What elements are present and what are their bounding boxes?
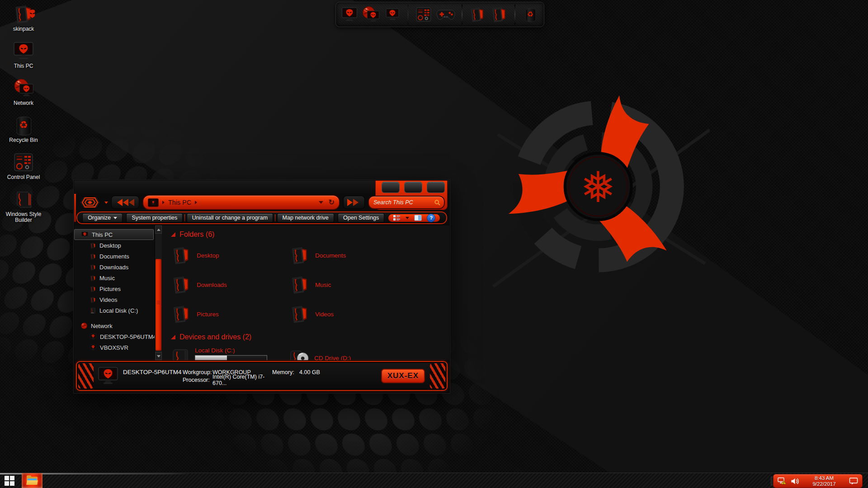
sidebar-item-label: Network (91, 323, 113, 329)
hazard-stripes (430, 363, 445, 389)
address-row: This PC ↻ (74, 194, 449, 211)
address-bar[interactable]: This PC ↻ (142, 195, 340, 210)
tile-pictures[interactable]: Pictures (171, 301, 289, 327)
windows-style-builder-icon (13, 188, 34, 211)
network-status-icon[interactable] (778, 477, 787, 485)
desktop-icon-recycle-bin[interactable]: ♻ Recycle Bin (3, 114, 44, 151)
button-label: Uninstall or change a program (192, 215, 268, 221)
dock-icon-games[interactable] (436, 4, 455, 25)
tile-label: CD Drive (D:) (314, 355, 351, 361)
desktop-icon-windows-style-builder[interactable]: Windows Style Builder (3, 188, 44, 225)
clock-time: 8:43 AM (815, 475, 834, 481)
sidebar-item-pictures[interactable]: Pictures (74, 283, 155, 294)
menu-dropdown-caret-icon[interactable] (104, 202, 108, 204)
sidebar-item-videos[interactable]: Videos (74, 294, 155, 305)
search-input[interactable] (373, 199, 433, 206)
back-button[interactable] (111, 196, 139, 209)
folders-section-header[interactable]: Folders (6) (171, 230, 446, 239)
folder-icon (289, 244, 310, 267)
system-properties-button[interactable]: System properties (126, 213, 183, 223)
sidebar-item-music[interactable]: Music (74, 272, 155, 283)
tile-music[interactable]: Music (289, 272, 439, 297)
taskbar-clock[interactable]: 8:43 AM 9/22/2017 (803, 475, 845, 487)
devices-section-header[interactable]: Devices and drives (2) (171, 333, 446, 341)
dock-icon-recycle-bin[interactable]: ♻ (522, 4, 539, 25)
dock-icon-control-panel[interactable] (415, 4, 432, 25)
tile-documents[interactable]: Documents (289, 243, 439, 268)
navigation-pane: This PC Desktop Documents Downloads (74, 225, 155, 360)
help-button[interactable]: ? (427, 214, 435, 222)
sidebar-item-desktop[interactable]: Desktop (74, 240, 155, 251)
folder-icon (90, 296, 96, 303)
tile-videos[interactable]: Videos (289, 301, 439, 327)
sidebar-item-network[interactable]: Network (74, 320, 155, 331)
open-settings-button[interactable]: Open Settings (338, 213, 384, 223)
scroll-down-button[interactable] (155, 352, 162, 360)
address-history-caret-icon[interactable] (319, 201, 323, 204)
sidebar-item-desktop-5p6utm4[interactable]: DESKTOP-5P6UTM4 (74, 331, 155, 342)
scrollbar-thumb[interactable] (156, 259, 161, 351)
drive-icon (171, 347, 190, 360)
minimize-button[interactable] (382, 182, 400, 193)
desktop-icon-this-pc[interactable]: This PC (3, 40, 44, 77)
forward-button[interactable] (343, 196, 365, 209)
sidebar-item-vboxsvr[interactable]: VBOXSVR (74, 342, 155, 353)
sidebar-item-this-pc[interactable]: This PC (74, 229, 154, 240)
view-caret-icon[interactable] (406, 217, 409, 219)
preview-pane-icon[interactable] (414, 215, 422, 221)
desktop-icon-label: Control Panel (7, 174, 40, 180)
desktop-icon-label: Network (14, 100, 33, 106)
dock-icon-files-folder[interactable] (490, 4, 508, 25)
tile-local-disk-c[interactable]: Local Disk (C:) 17.8 GB free of 31.5 GB (171, 345, 289, 360)
breadcrumb[interactable]: This PC (168, 199, 191, 206)
disk-usage-bar (195, 355, 267, 361)
sidebar-item-downloads[interactable]: Downloads (74, 262, 155, 272)
tile-downloads[interactable]: Downloads (171, 272, 289, 297)
maximize-button[interactable] (404, 182, 422, 193)
desktop-icon-skinpack[interactable]: skinpack (3, 3, 44, 40)
sidebar-scrollbar[interactable] (155, 225, 162, 360)
sidebar-item-label: VBOXSVR (100, 344, 128, 351)
this-pc-icon (81, 231, 89, 238)
dock-icon-documents-folder[interactable] (469, 4, 486, 25)
dock-icon-this-pc[interactable] (340, 4, 358, 25)
map-network-drive-button[interactable]: Map network drive (277, 213, 334, 223)
breadcrumb-arrow-icon (162, 201, 165, 204)
scrollbar-track[interactable] (155, 234, 162, 352)
breadcrumb-arrow-icon[interactable] (195, 201, 197, 204)
sidebar-item-local-disk-c[interactable]: Local Disk (C:) (74, 305, 155, 316)
window-menu-emblem-icon[interactable] (79, 196, 101, 209)
volume-icon[interactable] (791, 478, 799, 485)
change-view-icon[interactable] (393, 215, 401, 221)
control-panel-icon (13, 151, 34, 174)
refresh-icon[interactable]: ↻ (329, 199, 335, 206)
memory-value: 4.00 GB (299, 369, 381, 375)
dock-icon-network[interactable] (362, 4, 380, 25)
uninstall-program-button[interactable]: Uninstall or change a program (187, 213, 273, 223)
computer-name: DESKTOP-5P6UTM4 (123, 369, 183, 375)
tile-cd-drive-d[interactable]: CD Drive (D:) (289, 345, 439, 360)
forward-chevrons-icon (346, 198, 362, 206)
tile-label: Local Disk (C:) (195, 347, 267, 354)
tile-desktop[interactable]: Desktop (171, 243, 289, 268)
section-title: Devices and drives (2) (179, 333, 251, 341)
processor-label: Processor: (183, 377, 212, 383)
close-button[interactable] (427, 182, 445, 193)
folder-icon (90, 275, 96, 282)
window-titlebar[interactable] (74, 180, 449, 194)
folder-icon (90, 264, 96, 271)
action-center-icon[interactable] (849, 477, 858, 485)
desktop-icon-network[interactable]: Network (3, 77, 44, 114)
sidebar-item-documents[interactable]: Documents (74, 251, 155, 262)
sidebar-item-label: Desktop (99, 242, 121, 249)
start-button[interactable] (5, 476, 16, 486)
desktop-icon-control-panel[interactable]: Control Panel (3, 151, 44, 188)
organize-button[interactable]: Organize (82, 213, 123, 223)
taskbar-file-explorer-button[interactable] (22, 473, 42, 488)
scroll-up-button[interactable] (155, 225, 162, 234)
folder-view: Folders (6) Desktop Documents Downloads (162, 225, 449, 360)
dock-icon-computer[interactable] (383, 4, 401, 25)
search-box[interactable] (368, 196, 445, 209)
folder-icon (171, 244, 192, 267)
skinpack-icon (12, 3, 35, 25)
